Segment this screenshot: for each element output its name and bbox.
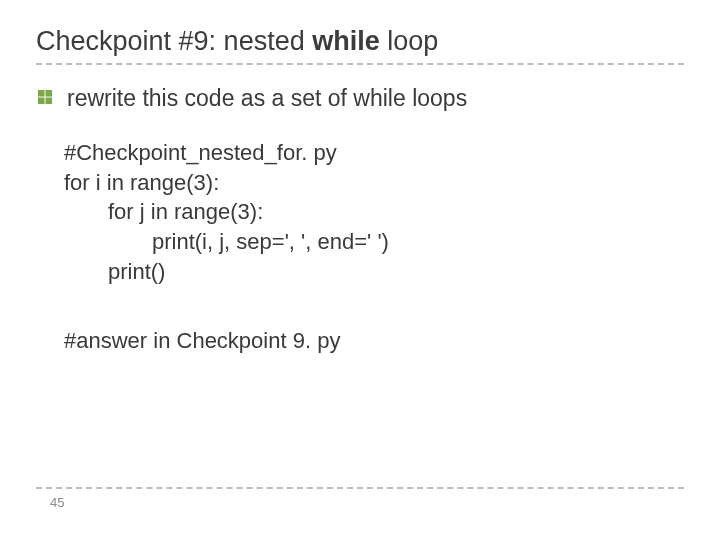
code-line-5: print() <box>64 257 684 287</box>
code-block: #Checkpoint_nested_for. py for i in rang… <box>36 138 684 286</box>
code-line-4: print(i, j, sep=', ', end=' ') <box>64 227 684 257</box>
title-pre: Checkpoint #9: nested <box>36 26 312 56</box>
code-line-2: for i in range(3): <box>64 168 684 198</box>
svg-rect-1 <box>46 90 53 97</box>
page-number: 45 <box>36 495 684 510</box>
slide: Checkpoint #9: nested while loop rewrite… <box>0 0 720 540</box>
code-line-1: #Checkpoint_nested_for. py <box>64 138 684 168</box>
svg-rect-0 <box>38 90 45 97</box>
title-bold: while <box>312 26 380 56</box>
footer: 45 <box>36 487 684 510</box>
bullet-item: rewrite this code as a set of while loop… <box>36 85 684 112</box>
title-post: loop <box>380 26 439 56</box>
svg-rect-3 <box>46 98 53 105</box>
bullet-text: rewrite this code as a set of while loop… <box>67 85 467 112</box>
svg-rect-2 <box>38 98 45 105</box>
answer-note: #answer in Checkpoint 9. py <box>36 328 684 354</box>
code-line-3: for j in range(3): <box>64 197 684 227</box>
bullet-icon <box>38 90 53 105</box>
slide-title: Checkpoint #9: nested while loop <box>36 26 684 65</box>
